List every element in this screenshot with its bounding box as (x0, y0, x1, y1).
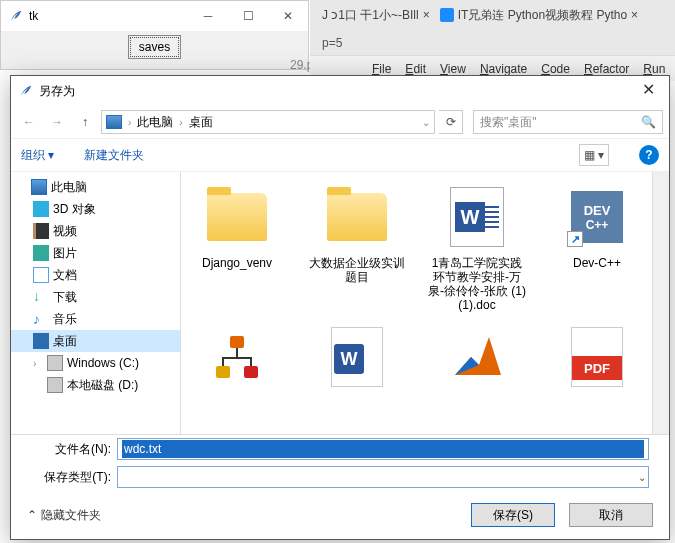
filename-label: 文件名(N): (31, 441, 111, 458)
crumb-root[interactable]: 此电脑 (137, 114, 173, 131)
dialog-title: 另存为 (39, 83, 75, 100)
feather-icon (9, 9, 23, 23)
tree-music[interactable]: ♪音乐 (11, 308, 180, 330)
folder-icon (327, 193, 387, 241)
new-folder-button[interactable]: 新建文件夹 (84, 147, 144, 164)
menu-edit[interactable]: Edit (405, 62, 426, 76)
chevron-down-icon[interactable]: ⌄ (422, 117, 430, 128)
forward-button: → (45, 110, 69, 134)
browser-tab[interactable]: J ɔ1口 干1小~-BIll × (322, 7, 430, 24)
tree-desktop[interactable]: 桌面 (11, 330, 180, 352)
refresh-button[interactable]: ⟳ (439, 110, 463, 134)
menu-navigate[interactable]: Navigate (480, 62, 527, 76)
tk-window: tk ─ ☐ ✕ saves (0, 0, 309, 70)
filetype-label: 保存类型(T): (31, 469, 111, 486)
crumb-leaf[interactable]: 桌面 (189, 114, 213, 131)
tree-pictures[interactable]: 图片 (11, 242, 180, 264)
file-item[interactable]: 大数据企业级实训题目 (307, 182, 407, 312)
url-fragment: p=5 (310, 30, 675, 56)
view-button[interactable]: ▦ ▾ (579, 144, 609, 166)
file-item[interactable] (187, 322, 287, 392)
close-button[interactable]: ✕ (268, 1, 308, 31)
svg-rect-0 (230, 336, 244, 348)
file-item[interactable]: W (307, 322, 407, 392)
breadcrumb[interactable]: › 此电脑 › 桌面 ⌄ (101, 110, 435, 134)
browser-tab[interactable]: IT兄弟连 Python视频教程 Pytho × (440, 7, 638, 24)
minimize-button[interactable]: ─ (188, 1, 228, 31)
menu-file[interactable]: File (372, 62, 391, 76)
file-pane: Django_venv 大数据企业级实训题目 W 1青岛工学院实践环节教学安排-… (181, 172, 669, 434)
devcpp-icon: DEVC++↗ (571, 191, 623, 243)
matlab-icon (442, 322, 512, 392)
menu-refactor[interactable]: Refactor (584, 62, 629, 76)
tree-3d[interactable]: 3D 对象 (11, 198, 180, 220)
maximize-button[interactable]: ☐ (228, 1, 268, 31)
close-button[interactable]: ✕ (633, 80, 663, 99)
organize-menu[interactable]: 组织 ▾ (21, 147, 54, 164)
menu-run[interactable]: Run (643, 62, 665, 76)
chevron-down-icon[interactable]: ⌄ (638, 444, 646, 455)
up-button[interactable]: ↑ (73, 110, 97, 134)
toolbar: 组织 ▾ 新建文件夹 ▦ ▾ ? (11, 138, 669, 172)
file-item[interactable]: DEVC++↗ Dev-C++ (547, 182, 647, 312)
pc-icon (106, 115, 122, 129)
word-icon: W (331, 327, 383, 387)
tree-drive-c[interactable]: ›Windows (C:) (11, 352, 180, 374)
search-input[interactable]: 搜索"桌面" 🔍 (473, 110, 663, 134)
file-item[interactable] (427, 322, 527, 392)
file-item[interactable]: PDF (547, 322, 647, 392)
feather-icon (19, 84, 33, 98)
tree-drive-d[interactable]: 本地磁盘 (D:) (11, 374, 180, 396)
tree-view: 此电脑 3D 对象 视频 图片 文档 ↓下载 ♪音乐 桌面 ›Windows (… (11, 172, 181, 434)
file-item[interactable]: W 1青岛工学院实践环节教学安排-万泉-徐伶伶-张欣 (1) (1).doc (427, 182, 527, 312)
tree-video[interactable]: 视频 (11, 220, 180, 242)
pdf-icon: PDF (571, 327, 623, 387)
saves-button[interactable]: saves (128, 35, 181, 59)
svg-rect-1 (216, 366, 230, 378)
save-button[interactable]: 保存(S) (471, 503, 555, 527)
back-button[interactable]: ← (17, 110, 41, 134)
tree-documents[interactable]: 文档 (11, 264, 180, 286)
chevron-down-icon[interactable]: ⌄ (638, 472, 646, 483)
tk-title: tk (29, 9, 38, 23)
menu-code[interactable]: Code (541, 62, 570, 76)
nav-bar: ← → ↑ › 此电脑 › 桌面 ⌄ ⟳ 搜索"桌面" 🔍 (11, 106, 669, 138)
svg-rect-2 (244, 366, 258, 378)
filetype-select[interactable]: ⌄ (117, 466, 649, 488)
tree-this-pc[interactable]: 此电脑 (11, 176, 180, 198)
hide-folders-toggle[interactable]: ⌃隐藏文件夹 (27, 507, 101, 524)
search-placeholder: 搜索"桌面" (480, 114, 537, 131)
save-as-dialog: 另存为 ✕ ← → ↑ › 此电脑 › 桌面 ⌄ ⟳ 搜索"桌面" 🔍 组织 ▾… (10, 75, 670, 540)
cancel-button[interactable]: 取消 (569, 503, 653, 527)
tree-downloads[interactable]: ↓下载 (11, 286, 180, 308)
menu-view[interactable]: View (440, 62, 466, 76)
word-icon: W (450, 187, 504, 247)
filename-input[interactable]: ⌄ (117, 438, 649, 460)
folder-icon (207, 193, 267, 241)
file-item[interactable]: Django_venv (187, 182, 287, 312)
search-icon: 🔍 (641, 115, 656, 129)
help-button[interactable]: ? (639, 145, 659, 165)
chart-icon (202, 322, 272, 392)
